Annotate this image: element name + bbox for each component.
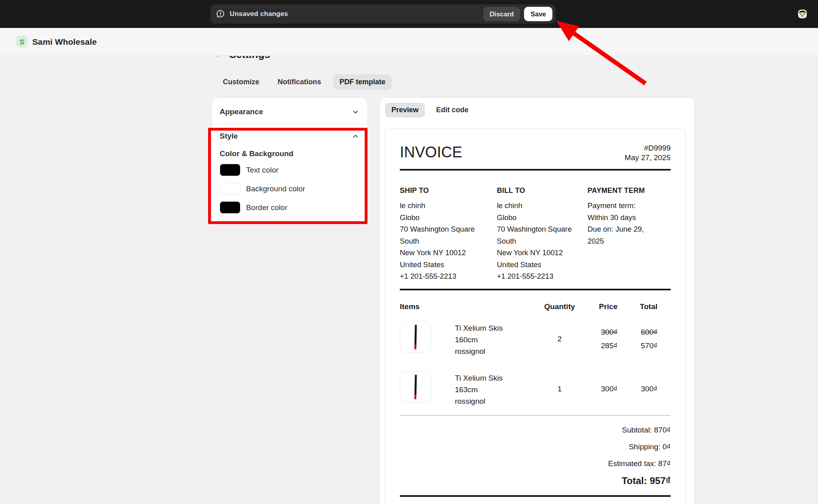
item-price: 300₫ 285₫: [584, 328, 617, 350]
item-vendor: rossignol: [455, 345, 503, 357]
border-color-swatch[interactable]: [220, 201, 240, 214]
text-color-swatch[interactable]: [220, 164, 240, 176]
table-row: Ti Xelium Skis 163cm rossignol 1 300₫ 30…: [400, 371, 657, 407]
summary-subtotal: Subtotal: 870₫: [400, 425, 671, 435]
store-name: Sami Wholesale: [32, 37, 97, 47]
item-total-current: 570₫: [641, 341, 657, 350]
item-cell: Ti Xelium Skis 163cm rossignol: [400, 371, 536, 407]
bill-to-heading: BILL TO: [497, 187, 588, 195]
account-avatar[interactable]: [797, 9, 808, 19]
product-image: [400, 371, 431, 403]
summary-divider: [400, 415, 671, 416]
item-total: 300₫: [617, 385, 657, 393]
color-background-heading: Color & Background: [220, 149, 359, 158]
tab-edit-code[interactable]: Edit code: [430, 103, 475, 117]
border-color-label: Border color: [246, 203, 288, 212]
summary-tax: Estimated tax: 87₫: [400, 459, 671, 468]
item-price-original: 300₫: [601, 328, 617, 337]
store-logo-s: S: [18, 38, 26, 46]
invoice-header: INVOICE #D9999 May 27, 2025: [400, 143, 671, 163]
tab-preview[interactable]: Preview: [385, 103, 425, 117]
background-color-row[interactable]: Background color: [220, 183, 359, 195]
item-title: Ti Xelium Skis: [455, 322, 503, 334]
context-actions: Discard Save: [483, 7, 552, 21]
total-column-header: Total: [617, 302, 657, 311]
item-variant: 163cm: [455, 384, 503, 395]
ship-to-heading: SHIP TO: [400, 187, 497, 195]
summary-total: Total: 957₫: [400, 475, 671, 486]
unsaved-changes-bar: Unsaved changes Discard Save: [210, 4, 556, 24]
ship-to-address: le chinh Globo 70 Washington Square Sout…: [400, 200, 497, 282]
section-divider: [218, 123, 361, 124]
invoice-addresses: SHIP TO le chinh Globo 70 Washington Squ…: [400, 187, 671, 282]
invoice-document: INVOICE #D9999 May 27, 2025 SHIP TO le c…: [385, 129, 686, 504]
chevron-up-icon: [351, 132, 359, 140]
invoice-summary: Subtotal: 870₫ Shipping: 0₫ Estimated ta…: [400, 425, 671, 468]
background-color-label: Background color: [246, 185, 305, 193]
items-table-header: Items Quantity Price Total: [400, 302, 657, 311]
style-section-toggle[interactable]: Style: [220, 129, 359, 143]
save-button[interactable]: Save: [524, 7, 552, 21]
item-total: 600₫ 570₫: [617, 328, 657, 350]
payment-term-block: PAYMENT TERM Payment term: Within 30 day…: [588, 187, 671, 282]
ski-product-icon: [414, 374, 417, 399]
price-column-header: Price: [584, 302, 617, 311]
unsaved-changes-text: Unsaved changes: [230, 10, 288, 18]
item-title: Ti Xelium Skis: [455, 372, 503, 384]
discard-button[interactable]: Discard: [483, 7, 520, 21]
item-total-original: 600₫: [641, 328, 657, 337]
item-price-current: 285₫: [601, 341, 617, 350]
quantity-column-header: Quantity: [536, 302, 584, 311]
invoice-meta: #D9999 May 27, 2025: [625, 143, 671, 163]
invoice-number: #D9999: [625, 143, 671, 153]
top-bar: Unsaved changes Discard Save: [0, 0, 818, 28]
invoice-title: INVOICE: [400, 143, 462, 161]
payment-term-heading: PAYMENT TERM: [588, 187, 671, 195]
payment-term-text: Payment term: Within 30 days Due on: Jun…: [588, 200, 671, 247]
store-header: S Sami Wholesale: [0, 28, 818, 56]
chevron-down-icon: [351, 108, 359, 116]
items-column-header: Items: [400, 302, 536, 311]
item-description: Ti Xelium Skis 160cm rossignol: [455, 321, 503, 357]
ship-to-block: SHIP TO le chinh Globo 70 Washington Squ…: [400, 187, 497, 282]
invoice-rule-items: [400, 289, 671, 290]
pdf-preview-card: Preview Edit code INVOICE #D9999 May 27,…: [379, 98, 694, 504]
product-image: [400, 321, 431, 353]
item-variant: 160cm: [455, 334, 503, 345]
item-description: Ti Xelium Skis 163cm rossignol: [455, 371, 503, 407]
tab-pdf-template[interactable]: PDF template: [333, 74, 392, 90]
table-row: Ti Xelium Skis 160cm rossignol 2 300₫ 28…: [400, 321, 657, 357]
item-total-current: 300₫: [641, 385, 657, 393]
summary-shipping: Shipping: 0₫: [400, 442, 671, 451]
invoice-rule-top: [400, 169, 671, 171]
item-quantity: 2: [536, 335, 584, 343]
tab-customize[interactable]: Customize: [216, 74, 266, 90]
invoice-rule-bottom: [400, 495, 671, 497]
appearance-section-toggle[interactable]: Appearance: [220, 105, 359, 119]
bill-to-address: le chinh Globo 70 Washington Square Sout…: [497, 200, 588, 282]
style-label: Style: [220, 132, 238, 141]
ski-product-icon: [414, 324, 417, 349]
border-color-row[interactable]: Border color: [220, 201, 359, 214]
store-logo-icon[interactable]: S: [16, 36, 28, 48]
item-quantity: 1: [536, 385, 584, 393]
bill-to-block: BILL TO le chinh Globo 70 Washington Squ…: [497, 187, 588, 282]
style-settings-card: Appearance Style Color & Background Text…: [212, 98, 367, 225]
app-window: Unsaved changes Discard Save S Sam: [0, 0, 818, 504]
appearance-label: Appearance: [220, 107, 263, 116]
item-vendor: rossignol: [455, 395, 503, 407]
item-price-current: 300₫: [601, 385, 617, 393]
background-color-swatch[interactable]: [220, 183, 240, 195]
item-price: 300₫: [584, 385, 617, 393]
text-color-row[interactable]: Text color: [220, 164, 359, 176]
invoice-date: May 27, 2025: [625, 153, 671, 163]
settings-tabs: Customize Notifications PDF template: [216, 74, 392, 90]
unsaved-status: Unsaved changes: [216, 10, 483, 18]
avatar-face-icon: [797, 9, 808, 19]
alert-bubble-icon: [216, 10, 225, 18]
tab-notifications[interactable]: Notifications: [271, 74, 328, 90]
text-color-label: Text color: [246, 166, 278, 175]
preview-mode-tabs: Preview Edit code: [379, 98, 694, 122]
item-cell: Ti Xelium Skis 160cm rossignol: [400, 321, 536, 357]
